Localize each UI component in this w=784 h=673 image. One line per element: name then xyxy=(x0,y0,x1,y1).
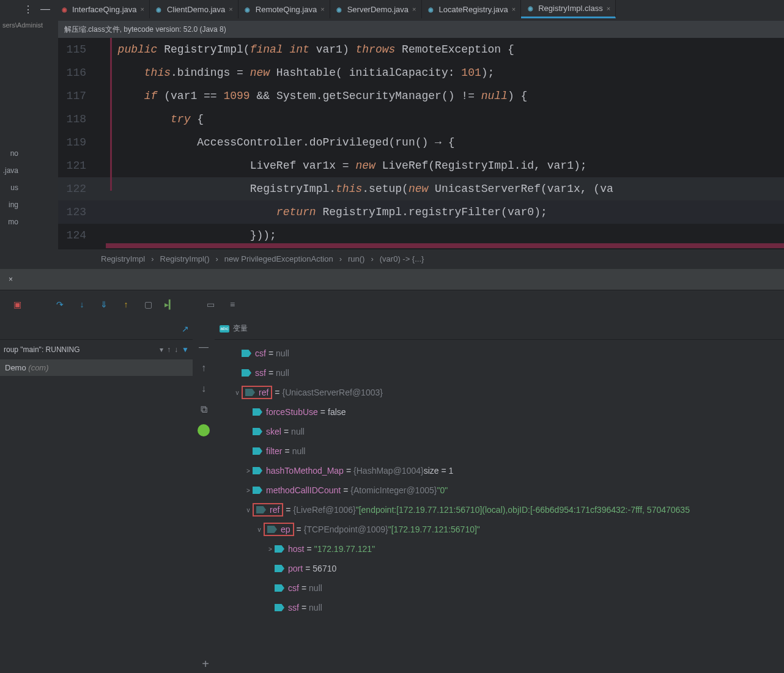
thread-combo[interactable]: roup "main": RUNNING ▾ xyxy=(4,345,163,354)
drop-frame-icon[interactable]: ▢ xyxy=(143,300,153,309)
project-tree-item[interactable]: mo xyxy=(0,218,18,235)
variable-row[interactable]: ssf = null xyxy=(215,598,784,617)
code-line[interactable]: 117 if (var1 == 1099 && System.getSecuri… xyxy=(58,84,784,108)
step-out-icon[interactable]: ↑ xyxy=(121,300,131,309)
fold-gutter[interactable] xyxy=(95,108,105,131)
breadcrumb-item[interactable]: new PrivilegedExceptionAction xyxy=(224,254,333,263)
debug-session-tab[interactable]: × xyxy=(4,273,18,286)
stack-frame[interactable]: Demo (com) xyxy=(0,359,193,376)
editor-tab[interactable]: ◉ClientDemo.java× xyxy=(150,0,239,18)
variable-row[interactable]: csf = null xyxy=(215,578,784,598)
variable-row[interactable]: vref = {LiveRef@1006} "[endpoint:[172.19… xyxy=(215,500,784,520)
code-editor[interactable]: 115 public RegistryImpl(final int var1) … xyxy=(58,38,784,249)
fold-gutter[interactable] xyxy=(95,177,105,200)
variable-row[interactable]: vref = {UnicastServerRef@1003} xyxy=(215,383,784,402)
variable-row[interactable]: ssf = null xyxy=(215,363,784,383)
variable-row[interactable]: filter = null xyxy=(215,441,784,461)
close-icon[interactable]: × xyxy=(412,6,416,13)
thread-selector-row: roup "main": RUNNING ▾ ↑ ↓ ▼ xyxy=(0,340,193,359)
step-over-icon[interactable]: ↷ xyxy=(55,300,65,309)
expand-chevron-icon[interactable]: v xyxy=(255,526,264,533)
step-into-icon[interactable]: ↓ xyxy=(77,300,87,309)
code-line[interactable]: 116 this.bindings = new Hashtable( initi… xyxy=(58,61,784,84)
equals: = xyxy=(341,485,350,495)
breadcrumb-item[interactable]: RegistryImpl() xyxy=(160,254,210,263)
minimize-icon[interactable]: — xyxy=(40,4,50,15)
field-tag-icon xyxy=(253,428,262,435)
add-watch-icon[interactable]: + xyxy=(199,658,212,670)
variable-row[interactable]: skel = null xyxy=(215,422,784,441)
editor-tab[interactable]: ◉ServerDemo.java× xyxy=(330,0,422,18)
fold-gutter[interactable] xyxy=(95,38,105,61)
variable-row[interactable]: >hashToMethod_Map = {HashMap@1004} size … xyxy=(215,461,784,480)
project-tree-item[interactable]: no xyxy=(0,149,18,166)
variable-value: {LiveRef@1006} xyxy=(294,505,356,515)
fold-gutter[interactable] xyxy=(95,224,105,247)
editor-tab[interactable]: ◉InterfaceQing.java× xyxy=(55,0,150,18)
prev-frame-icon[interactable]: ↑ xyxy=(167,345,171,354)
fold-gutter[interactable] xyxy=(95,154,105,177)
variable-row[interactable]: forceStubUse = false xyxy=(215,402,784,422)
variable-row[interactable]: >methodCallIDCount = {AtomicInteger@1005… xyxy=(215,480,784,500)
line-number: 116 xyxy=(58,61,95,84)
breadcrumb-item[interactable]: (var0) -> {...} xyxy=(380,254,424,263)
close-icon[interactable]: × xyxy=(141,6,144,13)
variables-tree[interactable]: csf = nullssf = nullvref = {UnicastServe… xyxy=(215,340,784,673)
project-tree-item[interactable]: ing xyxy=(0,200,18,218)
expand-chevron-icon[interactable]: v xyxy=(244,507,253,513)
expand-chevron-icon[interactable]: > xyxy=(266,546,275,553)
expand-chevron-icon[interactable]: > xyxy=(244,468,253,474)
code-line[interactable]: 118 try { xyxy=(58,108,784,131)
editor-tab[interactable]: ◉RemoteQing.java× xyxy=(239,0,330,18)
remove-icon[interactable]: — xyxy=(198,341,210,353)
close-icon[interactable]: × xyxy=(512,6,516,13)
filter-icon[interactable]: ▼ xyxy=(182,345,189,354)
force-step-into-icon[interactable]: ⇓ xyxy=(99,300,109,309)
variable-row[interactable]: vep = {TCPEndpoint@1009} "[172.19.77.121… xyxy=(215,520,784,539)
expand-chevron-icon[interactable]: v xyxy=(233,389,242,396)
fold-gutter[interactable] xyxy=(95,84,105,108)
breadcrumb-item[interactable]: RegistryImpl xyxy=(101,254,145,263)
move-down-icon[interactable]: ↓ xyxy=(198,383,210,395)
variable-row[interactable]: csf = null xyxy=(215,344,784,363)
variable-row[interactable]: >host = "172.19.77.121" xyxy=(215,539,784,559)
move-up-icon[interactable]: ↑ xyxy=(198,362,210,374)
close-icon[interactable]: × xyxy=(320,6,324,13)
evaluate-expression-icon[interactable]: ▭ xyxy=(205,300,215,309)
duplicate-icon[interactable]: ⧉ xyxy=(198,403,210,416)
variable-value: {AtomicInteger@1005} xyxy=(350,485,437,495)
breadcrumb-item[interactable]: run() xyxy=(348,254,364,263)
next-frame-icon[interactable]: ↓ xyxy=(174,345,178,354)
code-line[interactable]: 122 RegistryImpl.this.setup(new UnicastS… xyxy=(58,177,784,200)
show-watches-icon[interactable] xyxy=(198,424,210,436)
close-icon[interactable]: × xyxy=(229,6,232,13)
show-execution-point-icon[interactable]: ▣ xyxy=(12,300,22,309)
trace-icon[interactable]: ≡ xyxy=(227,300,237,309)
close-icon[interactable]: × xyxy=(9,275,13,284)
tab-label: ClientDemo.java xyxy=(167,5,225,14)
structure-breadcrumb[interactable]: RegistryImpl›RegistryImpl()›new Privileg… xyxy=(58,249,784,268)
run-to-cursor-icon[interactable]: ▸▎ xyxy=(165,300,175,309)
code-text: public RegistryImpl(final int var1) thro… xyxy=(105,38,514,61)
code-line[interactable]: 119 AccessController.doPrivileged(run() … xyxy=(58,131,784,154)
project-tree-item[interactable]: us xyxy=(0,183,18,200)
line-number: 118 xyxy=(58,108,95,131)
project-tree-item[interactable]: .java xyxy=(0,166,18,183)
fold-gutter[interactable] xyxy=(95,200,105,224)
code-line[interactable]: 121 LiveRef var1x = new LiveRef(Registry… xyxy=(58,154,784,177)
code-line[interactable]: 123 return RegistryImpl.registryFilter(v… xyxy=(58,200,784,224)
close-icon[interactable]: × xyxy=(607,5,610,12)
fold-gutter[interactable] xyxy=(95,61,105,84)
open-in-new-icon[interactable]: ↗ xyxy=(182,324,189,334)
more-icon[interactable]: ⋮ xyxy=(23,4,33,15)
variable-row[interactable]: port = 56710 xyxy=(215,559,784,578)
editor-tab[interactable]: ◉LocateRegistry.java× xyxy=(422,0,522,18)
field-tag-icon xyxy=(275,604,284,611)
equals: = xyxy=(299,603,309,612)
field-tag-icon xyxy=(256,506,266,513)
fold-gutter[interactable] xyxy=(95,131,105,154)
expand-chevron-icon[interactable]: > xyxy=(244,487,253,494)
code-line[interactable]: 115 public RegistryImpl(final int var1) … xyxy=(58,38,784,61)
editor-tab[interactable]: ◉RegistryImpl.class× xyxy=(521,0,616,18)
variable-value: false xyxy=(328,407,346,417)
